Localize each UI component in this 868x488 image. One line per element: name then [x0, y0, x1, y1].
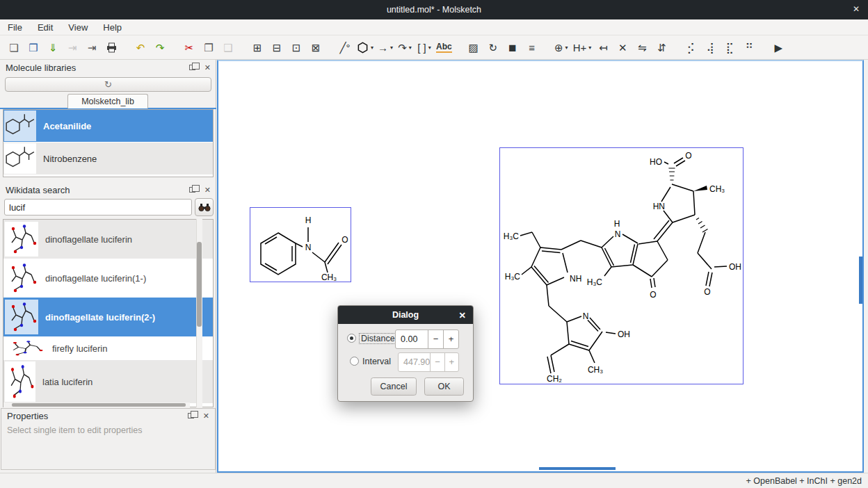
canvas-horizontal-scrollbar-thumb[interactable]	[539, 467, 616, 470]
menu-view[interactable]: View	[61, 20, 95, 35]
molecule-luciferin[interactable]: HO O CH₃ HN H N H₃C H₃C NH H₃C O OH O N …	[499, 147, 744, 384]
delete-tool-icon: ✕	[618, 42, 627, 53]
dock-float-icon[interactable]	[188, 413, 194, 418]
rotate-tool-button[interactable]: ↻	[485, 38, 501, 56]
line-width-button[interactable]: ≡	[524, 38, 540, 56]
draw-ring-button[interactable]: ▾	[357, 38, 373, 56]
hexagon-ring-icon	[357, 42, 369, 54]
spin-increment-button[interactable]: +	[443, 330, 458, 348]
open-file-button[interactable]: ❒	[26, 38, 41, 56]
panel-title: Wikidata search	[6, 185, 189, 195]
draw-bond-button[interactable]: ╱°	[337, 38, 353, 56]
zoom-out-button[interactable]: ⊟	[269, 38, 284, 56]
scrollbar-thumb[interactable]	[12, 403, 186, 407]
molecule-tool-4-button[interactable]: ⠛	[741, 38, 757, 56]
interval-radio[interactable]	[350, 357, 359, 366]
import-file-button: ⇥	[65, 38, 80, 56]
implicit-hydrogen-button[interactable]: ↤	[595, 38, 611, 56]
canvas-vertical-scrollbar-thumb[interactable]	[859, 257, 862, 304]
charge-plus-dropdown[interactable]: ▾	[565, 44, 568, 51]
distance-radio[interactable]	[347, 334, 356, 343]
molecule-tool-1-button[interactable]: ⡪	[683, 38, 698, 56]
charge-plus-button[interactable]: ⊕▾	[554, 38, 569, 56]
draw-ring-dropdown[interactable]: ▾	[371, 44, 373, 51]
brackets-icon: [ ]	[417, 42, 426, 53]
dialog-close-button[interactable]: ✕	[459, 310, 466, 320]
dock-close-icon[interactable]: ✕	[204, 63, 211, 72]
wikidata-result[interactable]: dinoflagellate luciferin(1-)	[3, 259, 213, 298]
flip-horizontal-button[interactable]: ⇋	[634, 38, 650, 56]
redo-button[interactable]: ↷	[152, 38, 168, 56]
wikidata-result[interactable]: dinoflagellate luciferin(2-)	[3, 298, 213, 336]
hydrogen-add-button[interactable]: H+▾	[573, 38, 592, 56]
undo-button[interactable]: ↶	[133, 38, 148, 56]
library-item-label: Acetanilide	[37, 121, 91, 131]
dock-close-icon[interactable]: ✕	[204, 186, 211, 195]
copy-button[interactable]: ❐	[201, 38, 216, 56]
tab-molsketch-lib[interactable]: Molsketch_lib	[67, 94, 148, 108]
wikidata-result[interactable]: latia luciferin	[3, 360, 213, 403]
svg-text:HO: HO	[650, 157, 662, 167]
wikidata-result[interactable]: dinoflagellate luciferin	[3, 220, 213, 259]
hydrogen-add-dropdown[interactable]: ▾	[588, 44, 591, 51]
print-button[interactable]	[104, 38, 119, 56]
window-close-button[interactable]: ✕	[853, 4, 860, 14]
library-refresh-button[interactable]: ↻	[5, 77, 211, 92]
molecule-tool-2-button[interactable]: ⢼	[702, 38, 718, 56]
menu-edit[interactable]: Edit	[30, 20, 61, 35]
mechanism-arrow-button[interactable]: ↷▾	[397, 38, 412, 56]
distance-value[interactable]: 0.00	[396, 330, 428, 348]
search-button[interactable]	[195, 198, 214, 216]
save-file-button[interactable]: ⇓	[45, 38, 61, 56]
mechanism-arrow-dropdown[interactable]: ▾	[409, 44, 412, 51]
properties-placeholder: Select single item to edit properties	[1, 423, 215, 438]
dock-close-icon[interactable]: ✕	[203, 412, 209, 421]
wikidata-horizontal-scrollbar[interactable]	[3, 402, 190, 407]
draw-bond-icon: ╱°	[339, 42, 350, 53]
svg-text:OH: OH	[729, 262, 741, 272]
cancel-button[interactable]: Cancel	[371, 377, 417, 396]
interval-radio-label[interactable]: Interval	[362, 357, 391, 366]
zoom-original-button[interactable]: ⊡	[289, 38, 304, 56]
search-input[interactable]	[4, 199, 192, 215]
paste-icon: ❑	[223, 42, 232, 53]
library-item[interactable]: Nitrobenzene	[3, 143, 213, 174]
flip-vertical-button[interactable]: ⇵	[654, 38, 669, 56]
wikidata-vertical-scrollbar[interactable]	[196, 219, 202, 407]
library-item[interactable]: Acetanilide	[3, 110, 213, 142]
molecule-tool-3-button[interactable]: ⣏	[722, 38, 737, 56]
dock-float-icon[interactable]	[189, 187, 195, 193]
svg-text:N: N	[583, 311, 589, 321]
menu-file[interactable]: File	[0, 20, 30, 35]
hatch-tool-button[interactable]: ▨	[466, 38, 481, 56]
color-swatch-button[interactable]: ■	[505, 38, 520, 56]
wikidata-result[interactable]: firefly luciferin	[3, 336, 213, 360]
brackets-button[interactable]: [ ]▾	[417, 38, 432, 56]
new-file-button[interactable]: ❏	[6, 38, 22, 56]
spin-decrement-button[interactable]: −	[428, 330, 443, 348]
scrollbar-thumb[interactable]	[197, 242, 202, 327]
drawing-canvas[interactable]: H N O CH₃	[217, 60, 864, 473]
brackets-dropdown[interactable]: ▾	[428, 44, 431, 51]
reaction-arrow-button[interactable]: →▾	[378, 38, 393, 56]
dock-float-icon[interactable]	[189, 65, 195, 70]
export-file-button[interactable]: ⇥	[84, 38, 99, 56]
text-tool-button[interactable]: Abc	[436, 38, 452, 56]
zoom-fit-button[interactable]: ⊠	[308, 38, 323, 56]
cut-button[interactable]: ✂	[182, 38, 197, 56]
zoom-in-button[interactable]: ⊞	[250, 38, 265, 56]
ok-button[interactable]: OK	[424, 377, 464, 396]
distance-spinbox[interactable]: 0.00 − +	[395, 330, 459, 349]
copy-icon: ❐	[204, 42, 213, 53]
molecule-acetanilide[interactable]: H N O CH₃	[250, 207, 351, 282]
hydrogen-add-icon: H+	[573, 42, 587, 53]
toolbar-overflow-button[interactable]: ▶	[771, 38, 786, 56]
redo-icon: ↷	[156, 42, 165, 53]
distance-radio-label[interactable]: Distance	[360, 334, 396, 343]
dialog-titlebar[interactable]: Dialog ✕	[338, 306, 473, 324]
delete-tool-button[interactable]: ✕	[615, 38, 630, 56]
hatch-tool-icon: ▨	[469, 42, 479, 53]
reaction-arrow-dropdown[interactable]: ▾	[390, 44, 393, 51]
molecule-thumbnail	[5, 339, 45, 357]
menu-help[interactable]: Help	[95, 20, 129, 35]
